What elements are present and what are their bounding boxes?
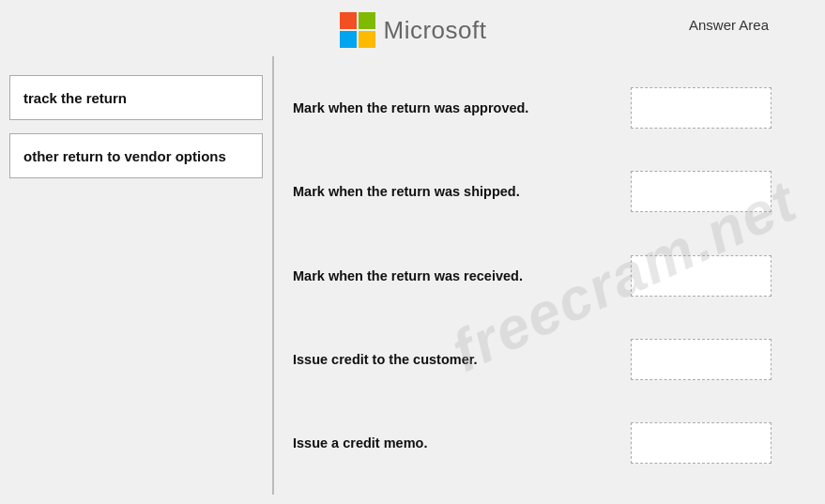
answer-row-3: Mark when the return was received. [274, 234, 825, 317]
logo-sq-red [340, 12, 357, 29]
brand-name: Microsoft [384, 16, 487, 45]
drag-item-track-return[interactable]: track the return [9, 75, 263, 120]
logo-sq-yellow [359, 31, 375, 48]
answer-area-label: Answer Area [689, 17, 769, 33]
logo-sq-green [359, 12, 375, 29]
left-panel: track the return other return to vendor … [0, 56, 272, 495]
drag-item-other-return[interactable]: other return to vendor options [9, 133, 263, 178]
answer-label-2: Mark when the return was shipped. [293, 184, 612, 199]
microsoft-logo [339, 11, 376, 49]
right-panel: Mark when the return was approved. Mark … [274, 56, 825, 495]
answer-box-1[interactable] [631, 87, 772, 129]
answer-label-1: Mark when the return was approved. [293, 100, 612, 115]
header: Microsoft Answer Area [0, 0, 825, 56]
main-content: track the return other return to vendor … [0, 56, 825, 495]
answer-box-3[interactable] [631, 255, 772, 297]
answer-row-5: Issue a credit memo. [274, 402, 825, 485]
logo-sq-blue [340, 31, 357, 48]
answer-label-5: Issue a credit memo. [293, 435, 612, 451]
answer-box-4[interactable] [631, 339, 772, 380]
answer-box-5[interactable] [631, 422, 772, 464]
answer-row-4: Issue credit to the customer. [274, 317, 825, 401]
answer-label-4: Issue credit to the customer. [293, 352, 612, 367]
answer-label-3: Mark when the return was received. [293, 268, 612, 283]
answer-box-2[interactable] [631, 171, 772, 212]
answer-row-2: Mark when the return was shipped. [274, 149, 825, 233]
answer-row-1: Mark when the return was approved. [274, 66, 825, 149]
